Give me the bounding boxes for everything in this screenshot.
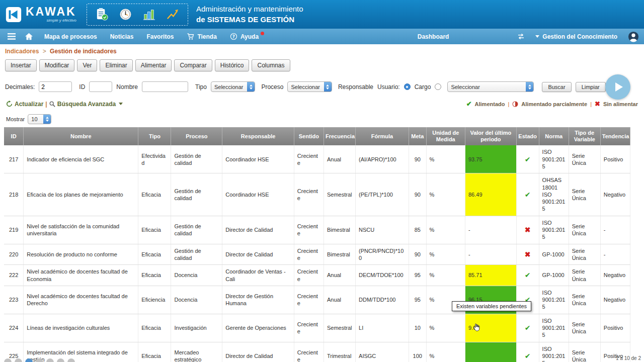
avatar[interactable] (628, 31, 639, 42)
switch-module-icon[interactable] (513, 29, 529, 44)
column-header-responsable[interactable]: Responsable (222, 127, 294, 145)
column-header-tendencia[interactable]: Tendencia (600, 127, 630, 145)
cell-frecuencia: Anual (324, 265, 355, 286)
busqueda-avanzada-link[interactable]: Búsqueda Avanzada (49, 101, 123, 108)
nav-item-tienda[interactable]: Tienda (180, 29, 223, 44)
tipo-label: Tipo (195, 83, 207, 90)
status-legend: ✔ Alimentado | Alimentado parcialmente |… (466, 100, 638, 108)
home-icon[interactable] (20, 29, 38, 44)
column-header-frecuencia[interactable]: Frecuencia (324, 127, 355, 145)
limpiar-button[interactable]: Limpiar (576, 82, 606, 92)
buscar-button[interactable]: Buscar (542, 82, 571, 92)
clock-icon[interactable] (119, 8, 132, 21)
cell-tipo: Eficacia (138, 216, 171, 244)
toolbar-button-columnas[interactable]: Columnas (252, 59, 290, 71)
cell-estado: ✔ (516, 265, 539, 286)
column-header-valor-del-ltimo-periodo[interactable]: Valor del último periodo (465, 127, 516, 145)
cell-valor[interactable]: 9.00 (465, 314, 516, 342)
kawak-logo[interactable]: KAWAK simple y efectivo (5, 6, 82, 23)
toolbar-button-alimentar[interactable]: Alimentar (135, 59, 172, 71)
cell-formula: (PE/TPL)*100 (356, 173, 409, 216)
table-row[interactable]: 219Nivel de satisfacción de la comunidad… (4, 216, 630, 244)
header-icon-strip (87, 4, 188, 26)
table-row[interactable]: 225Implementación del sistema integrado … (4, 342, 630, 362)
usuario-radio[interactable] (404, 83, 411, 90)
toolbar-button-comparar[interactable]: Comparar (174, 59, 212, 71)
trend-line-icon[interactable] (166, 8, 180, 21)
cell-valor[interactable]: 85.71 (465, 265, 516, 286)
cell-tipo_variable: Serie Única (569, 265, 600, 286)
breadcrumb-parent[interactable]: Indicadores (5, 48, 39, 55)
toolbar-button-hist-rico[interactable]: Histórico (215, 59, 250, 71)
hamburger-menu-icon[interactable] (3, 29, 20, 44)
decimales-input[interactable] (39, 81, 72, 92)
responsable-select[interactable]: Seleccionar (447, 81, 534, 92)
pagination-dot[interactable] (36, 358, 43, 362)
nombre-input[interactable] (142, 81, 188, 92)
table-row[interactable]: 222Nivel académico de docentes facultad … (4, 265, 630, 286)
column-header-f-rmula[interactable]: Fórmula (356, 127, 409, 145)
column-header-unidad-de-medida[interactable]: Unidad de Medida (426, 127, 465, 145)
column-header-estado[interactable]: Estado (516, 127, 539, 145)
cell-valor[interactable]: 93.75 (465, 145, 516, 173)
cargo-radio[interactable] (435, 83, 441, 90)
cell-valor[interactable]: - (465, 244, 516, 265)
play-tour-button[interactable] (605, 74, 630, 100)
proceso-select[interactable]: Seleccionar (287, 81, 332, 92)
cell-tendencia: Positivo (600, 145, 630, 173)
cell-frecuencia: Bimestral (324, 244, 355, 265)
column-header-proceso[interactable]: Proceso (171, 127, 222, 145)
table-row[interactable]: 217Indicador de eficiencia del SGCEfecti… (4, 145, 630, 173)
actualizar-link[interactable]: Actualizar (6, 101, 43, 108)
pagination-dot[interactable] (67, 358, 75, 362)
toolbar-button-eliminar[interactable]: Eliminar (100, 59, 132, 71)
id-input[interactable] (89, 81, 112, 92)
bar-chart-icon[interactable] (142, 8, 156, 21)
cell-responsable: Coordinador HSE (222, 173, 294, 216)
legend-fed-label: Alimentado (475, 101, 505, 107)
cell-nombre: Nivel académico de docentes facultad de … (24, 265, 138, 286)
table-row[interactable]: 218Eficacia de los planes de mejoramient… (4, 173, 630, 216)
nav-item-mapa-de-procesos[interactable]: Mapa de procesos (38, 29, 104, 44)
nombre-label: Nombre (116, 83, 138, 90)
nav-item-noticias[interactable]: Noticias (104, 29, 140, 44)
pagination-dot[interactable] (25, 358, 33, 362)
table-row[interactable]: 224Líneas de investigación culturalesEfi… (4, 314, 630, 342)
play-icon (615, 82, 623, 92)
tipo-select[interactable]: Seleccionar (211, 81, 255, 92)
column-header-id[interactable]: ID (4, 127, 24, 145)
nav-item-favoritos[interactable]: Favoritos (140, 29, 180, 44)
pagination-dot[interactable] (57, 358, 64, 362)
toolbar-button-ver[interactable]: Ver (77, 59, 97, 71)
cell-meta: 90 (409, 145, 426, 173)
nav-item-ayuda[interactable]: ? Ayuda (223, 29, 265, 44)
column-header-norma[interactable]: Norma (539, 127, 569, 145)
toolbar-button-modificar[interactable]: Modificar (39, 59, 75, 71)
pagination-dot[interactable] (4, 358, 12, 362)
column-header-nombre[interactable]: Nombre (24, 127, 138, 145)
pagination-dot[interactable] (46, 358, 54, 362)
mostrar-select[interactable]: 10 (28, 114, 51, 124)
cell-valor[interactable]: - (465, 216, 516, 244)
column-header-meta[interactable]: Meta (409, 127, 426, 145)
usuario-label: Usuario: (377, 83, 400, 90)
column-header-tipo-de-variable[interactable]: Tipo de Variable (569, 127, 600, 145)
cell-norma: GP-1000 (539, 265, 569, 286)
search-icon (49, 101, 55, 107)
toolbar-button-insertar[interactable]: Insertar (5, 59, 37, 71)
cell-valor[interactable] (465, 342, 516, 362)
cell-id: 222 (4, 265, 24, 286)
clipboard-check-icon[interactable] (95, 8, 109, 21)
table-row[interactable]: 220Resolución de producto no conformeEfi… (4, 244, 630, 265)
user-menu[interactable]: Gestion del Conocimiento (529, 29, 624, 44)
unfed-cross-icon: ✖ (595, 100, 600, 108)
column-header-tipo[interactable]: Tipo (138, 127, 171, 145)
cell-sentido: Creciente (294, 244, 324, 265)
nav-label: Tienda (197, 33, 216, 40)
column-header-sentido[interactable]: Sentido (294, 127, 324, 145)
nav-item-dashboard[interactable]: Dashboard (411, 29, 456, 44)
cell-norma: GP-1000 (539, 244, 569, 265)
table-row[interactable]: 223Nivel académico de docentes facultad … (4, 286, 630, 314)
cell-valor[interactable]: 86.49 (465, 173, 516, 216)
pagination-dot[interactable] (15, 358, 22, 362)
